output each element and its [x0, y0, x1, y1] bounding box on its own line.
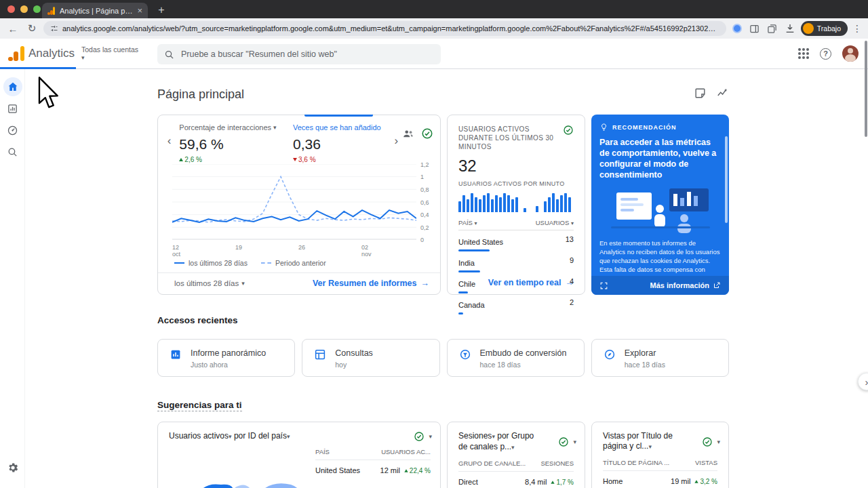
side-panel-icon[interactable] [748, 22, 762, 35]
column-header[interactable]: USUARIOS AC... [381, 448, 431, 455]
recommendation-illustration [591, 186, 729, 235]
downloads-icon[interactable] [783, 22, 797, 35]
table-row[interactable]: United States 13 [458, 235, 574, 251]
tab-close-icon[interactable]: × [137, 6, 142, 15]
window-zoom-button[interactable] [33, 5, 41, 13]
data-quality-check-icon[interactable] [421, 127, 433, 163]
metric-engagement-rate[interactable]: Porcentaje de interacciones ▾ 59,6 % 2,6… [179, 123, 289, 163]
trend-chart-svg [172, 164, 416, 240]
user-avatar[interactable] [842, 45, 859, 62]
search-icon [164, 49, 174, 60]
analytics-logo[interactable] [8, 45, 24, 62]
realtime-card: USUARIOS ACTIVOS DURANTE LOS ÚLTIMOS 30 … [447, 115, 585, 295]
search-bar[interactable] [157, 44, 441, 64]
caret-down-icon: ▾ [648, 443, 652, 450]
y-tick: 1 [420, 174, 424, 180]
back-button[interactable]: ← [5, 21, 20, 36]
recent-item-time: Justo ahora [191, 361, 266, 369]
card-menu-caret-icon[interactable]: ▾ [429, 433, 432, 440]
recent-card-embudo[interactable]: Embudo de conversión hace 18 días [447, 339, 585, 377]
sidebar-item-administrar[interactable] [0, 457, 25, 479]
date-range-selector[interactable]: los últimos 28 días ▾ [174, 279, 245, 287]
recent-card-explorar[interactable]: Explorar hace 18 días [591, 339, 729, 377]
browser-toolbar: ← ↻ analytics.google.com/analytics/web/?… [0, 18, 868, 39]
account-switcher[interactable]: Todas las cuentas ▾ [81, 45, 138, 61]
sidebar-item-publicidad[interactable] [0, 119, 25, 141]
card-menu-caret-icon[interactable]: ▾ [717, 439, 720, 445]
realtime-link[interactable]: Ver en tiempo real → [488, 278, 574, 287]
help-icon[interactable]: ? [820, 48, 831, 60]
reports-snapshot-link[interactable]: Ver Resumen de informes → [313, 279, 429, 288]
metric-delta: 3,6 % [293, 156, 403, 163]
window-close-button[interactable] [7, 5, 15, 13]
caret-down-icon[interactable]: ▾ [273, 124, 277, 131]
search-input[interactable] [181, 49, 434, 59]
analytics-favicon-icon [47, 7, 56, 15]
table-row[interactable]: Direct 8,4 mil 1,7 % [458, 478, 574, 486]
suggestion-title[interactable]: Sesiones▾ por Grupo de canales p...▾ [458, 431, 543, 453]
column-header[interactable]: SESIONES [540, 460, 574, 467]
carousel-next-button[interactable]: › [858, 373, 868, 390]
suggestion-card-vistas: Vistas por Título de página y cl...▾ ▾ T… [591, 422, 729, 488]
page-scrollbar[interactable] [865, 41, 867, 137]
sidebar-item-informes[interactable] [0, 98, 25, 119]
tab-groups-icon[interactable] [766, 22, 779, 35]
users-column-header[interactable]: USUARIOS ▾ [536, 219, 574, 226]
caret-down-icon: ▾ [229, 433, 232, 440]
more-info-link[interactable]: Más información [650, 281, 721, 289]
suggestion-title[interactable]: Vistas por Título de página y cl...▾ [603, 431, 688, 452]
suggestions-section-title: Sugerencias para ti [157, 400, 242, 411]
metrics-next-chevron[interactable]: › [391, 134, 402, 163]
insights-icon[interactable] [716, 87, 729, 102]
recommendation-card: RECOMENDACIÓN Para acceder a las métrica… [591, 115, 729, 295]
metrics-prev-chevron[interactable]: ‹ [163, 134, 175, 163]
expand-icon[interactable] [599, 281, 608, 290]
card-menu-caret-icon[interactable]: ▾ [573, 439, 576, 445]
column-header[interactable]: PAÍS [315, 448, 330, 455]
overview-card: ‹ Porcentaje de interacciones ▾ 59,6 % 2… [157, 115, 441, 295]
country-column-header[interactable]: PAÍS ▾ [458, 219, 477, 226]
column-header[interactable]: TÍTULO DE PÁGINA ... [603, 459, 669, 466]
browser-tab[interactable]: Analytics | Página principal × [42, 3, 148, 18]
notes-icon[interactable] [694, 87, 707, 102]
window-minimize-button[interactable] [20, 5, 28, 13]
browser-profile-chip[interactable]: Trabajo [801, 21, 848, 36]
recent-section-title: Accesos recientes [157, 315, 729, 325]
recent-item-label: Explorar [625, 348, 665, 358]
recent-item-time: hoy [335, 361, 373, 369]
sidebar-item-explorar[interactable] [0, 141, 25, 163]
data-quality-check-icon[interactable] [414, 431, 425, 442]
recent-item-time: hace 18 días [625, 361, 665, 369]
data-quality-check-icon[interactable] [563, 125, 574, 151]
address-bar[interactable]: analytics.google.com/analytics/web/?utm_… [43, 21, 726, 36]
browser-tab-strip: Analytics | Página principal × + [0, 0, 868, 18]
site-settings-icon[interactable] [50, 24, 58, 33]
column-header[interactable]: VISTAS [695, 459, 717, 466]
reload-button[interactable]: ↻ [24, 21, 39, 36]
new-tab-button[interactable]: + [155, 3, 168, 17]
browser-menu-icon[interactable]: ⋮ [852, 23, 863, 34]
extension-badge-icon[interactable] [730, 22, 744, 35]
card-scrollbar[interactable] [725, 136, 728, 223]
recent-card-consultas[interactable]: Consultas hoy [302, 339, 439, 377]
table-row[interactable]: India 9 [458, 256, 574, 272]
data-quality-check-icon[interactable] [558, 436, 569, 447]
table-row[interactable]: Canada 2 [458, 298, 574, 314]
analytics-app-bar: Analytics Todas las cuentas ▾ ? [0, 39, 868, 69]
legend-dashed-swatch [261, 262, 271, 264]
suggestion-title[interactable]: Usuarios activos▾ por ID del país▾ [169, 431, 290, 442]
sidebar-item-home[interactable] [0, 76, 25, 98]
table-row[interactable]: United States 12 mil 22,4 % [315, 466, 431, 474]
recent-card-informe-panoramico[interactable]: Informe panorámico Justo ahora [157, 339, 295, 377]
data-quality-check-icon[interactable] [702, 436, 713, 447]
page-title: Página principal [157, 87, 244, 102]
metric-times-added[interactable]: Veces que se han añadido 0,36 3,6 % [293, 123, 403, 163]
apps-grid-icon[interactable] [798, 48, 809, 59]
table-row[interactable]: Home 19 mil 3,2 % [603, 477, 717, 485]
table-icon [314, 348, 326, 361]
caret-down-icon: ▾ [241, 280, 245, 287]
audience-users-icon[interactable] [402, 127, 414, 163]
column-header[interactable]: GRUPO DE CANALE... [458, 460, 526, 467]
series-last-28-days [172, 210, 416, 222]
suggestion-card-sesiones: Sesiones▾ por Grupo de canales p...▾ ▾ G… [447, 422, 585, 488]
